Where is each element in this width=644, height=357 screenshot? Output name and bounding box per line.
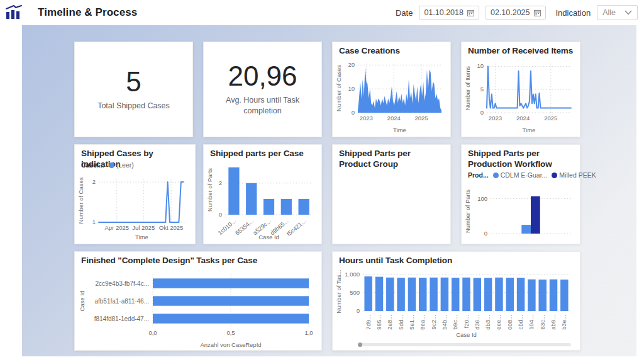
kpi-value: 20,96 (228, 62, 297, 90)
chart-title: Shipped Parts per Production Workflow (462, 145, 580, 170)
svg-text:5dd...: 5dd... (397, 315, 404, 330)
svg-text:2cc9e4b3-fb7f-4c...: 2cc9e4b3-fb7f-4c... (95, 280, 149, 287)
svg-text:2024: 2024 (387, 115, 401, 122)
svg-text:2e8...: 2e8... (386, 315, 393, 330)
horizontal-scrollbar[interactable] (358, 343, 571, 346)
svg-text:2023: 2023 (489, 115, 502, 122)
svg-text:20: 20 (348, 61, 355, 68)
kpi-card-avg-hours[interactable]: 20,96 Avg. Hours until Task completion (203, 42, 322, 137)
date-from-value: 01.10.2018 (424, 8, 464, 17)
svg-text:Okt 2025: Okt 2025 (159, 224, 184, 231)
svg-text:1c010...: 1c010... (216, 217, 237, 236)
page-title: Timeline & Process (38, 6, 137, 19)
svg-text:2025: 2025 (415, 115, 428, 122)
legend-title: Prod... (468, 171, 489, 179)
svg-text:Anzahl von CaseRepId: Anzahl von CaseRepId (200, 341, 261, 348)
legend-item-label: Milled PEEK (559, 171, 596, 179)
legend-dot-icon (493, 173, 499, 178)
card-production-workflow: Shipped Parts per Production Workflow Pr… (461, 144, 580, 244)
legend-dot-icon (552, 173, 557, 178)
kpi-value: 5 (126, 68, 141, 96)
svg-text:0: 0 (484, 230, 487, 237)
calendar-icon[interactable] (467, 9, 474, 16)
svg-text:Number of Cases: Number of Cases (77, 177, 84, 224)
legend-item-label: CDLM E-Guar... (501, 171, 548, 179)
svg-text:8ea...: 8ea... (419, 315, 426, 330)
svg-text:cbd...: cbd... (517, 315, 524, 329)
svg-text:Number of Parts: Number of Parts (206, 168, 213, 212)
svg-text:d36...: d36... (474, 315, 480, 330)
svg-text:7d9...: 7d9... (365, 315, 372, 330)
kpi-label: Total Shipped Cases (84, 101, 184, 111)
chart-title: Hours until Task Completion (333, 252, 580, 266)
received-items-chart[interactable]: 0510202320242025TimeNumber of Items (464, 57, 577, 134)
svg-text:f5c421...: f5c421... (285, 217, 307, 237)
date-from-input[interactable]: 01.10.2018 (419, 6, 479, 20)
svg-text:65354...: 65354... (234, 217, 255, 237)
svg-text:2024: 2024 (516, 115, 530, 122)
svg-text:2: 2 (92, 178, 96, 185)
svg-text:f20...: f20... (463, 315, 470, 328)
case-creations-chart[interactable]: 01020202320242025TimeNumber of Cases (335, 57, 448, 134)
svg-text:0,0: 0,0 (148, 329, 157, 336)
svg-text:0: 0 (480, 109, 484, 116)
legend-item[interactable]: CDLM E-Guar... (493, 171, 548, 179)
legend-dot-icon (109, 162, 114, 168)
svg-text:995...: 995... (375, 315, 382, 330)
card-parts-per-case: Shipped parts per Case 021c010...65354..… (203, 144, 322, 244)
app-header: Timeline & Process Date 01.10.2018 02.10… (0, 0, 644, 25)
date-to-input[interactable]: 02.10.2025 (486, 6, 546, 20)
svg-text:Time: Time (393, 127, 406, 133)
svg-text:Time: Time (135, 234, 148, 241)
svg-text:b9c...: b9c... (452, 315, 458, 329)
svg-text:Apr 2025: Apr 2025 (104, 224, 129, 231)
shipped-by-indication-chart[interactable]: 12Apr 2025Jul 2025Okt 2025TimeNumber of … (77, 174, 192, 241)
calendar-icon[interactable] (534, 9, 541, 16)
card-received-items: Number of Received Items 051020232024202… (461, 42, 580, 137)
svg-text:1: 1 (92, 218, 96, 225)
legend: CaseI... (Leer) (81, 161, 134, 169)
card-shipped-by-indication: Shipped Cases by indication CaseI... (Le… (74, 144, 196, 244)
svg-text:f814fd81-1edd-47...: f814fd81-1edd-47... (94, 315, 149, 322)
svg-text:Time: Time (523, 127, 536, 133)
indication-dropdown[interactable]: Alle (597, 5, 638, 20)
svg-text:0,5: 0,5 (226, 329, 235, 336)
svg-text:2: 2 (219, 179, 222, 186)
legend-title: CaseI... (81, 161, 104, 169)
svg-text:b3e...: b3e... (560, 315, 567, 330)
svg-text:1,0: 1,0 (304, 329, 313, 336)
svg-text:1.000: 1.000 (345, 271, 360, 278)
svg-text:ab9...: ab9... (550, 315, 557, 330)
svg-text:Number of Tas...: Number of Tas... (335, 269, 342, 314)
production-workflow-chart[interactable]: 0100Number of Parts (464, 185, 577, 241)
svg-text:Case Id: Case Id (258, 234, 279, 241)
svg-text:0: 0 (357, 307, 360, 314)
kpi-label: Avg. Hours until Task completion (204, 95, 321, 116)
svg-text:500: 500 (350, 289, 360, 296)
finished-tasks-chart[interactable]: 0,00,51,02cc9e4b3-fb7f-4c...afb51fa1-a81… (79, 268, 316, 349)
svg-text:afb51fa1-a811-46...: afb51fa1-a811-46... (94, 298, 149, 305)
legend-item[interactable]: Milled PEEK (552, 171, 596, 179)
svg-text:2023: 2023 (360, 115, 373, 122)
svg-text:0: 0 (352, 109, 355, 116)
svg-text:Case Id: Case Id (456, 331, 477, 338)
chevron-down-icon (625, 10, 632, 15)
legend-item-label: (Leer) (116, 161, 134, 169)
dashboard-page: Timeline & Process Date 01.10.2018 02.10… (0, 0, 644, 357)
svg-text:eee...: eee... (495, 315, 502, 330)
indication-filter-label: Indication (556, 8, 591, 18)
scrollbar-thumb[interactable] (358, 343, 362, 347)
legend-item[interactable]: (Leer) (109, 161, 134, 169)
svg-text:104...: 104... (528, 315, 535, 330)
card-hours-completion: Hours until Task Completion 05001.0007d9… (332, 251, 580, 351)
parts-per-case-chart[interactable]: 021c010...65354...a529c...d9b65...f5c421… (206, 160, 319, 241)
report-canvas: 5 Total Shipped Cases 20,96 Avg. Hours u… (22, 25, 636, 356)
svg-text:Case Id: Case Id (79, 291, 86, 312)
svg-text:Number of Cases: Number of Cases (335, 65, 342, 111)
kpi-card-total-shipped-cases[interactable]: 5 Total Shipped Cases (74, 42, 193, 137)
date-to-value: 02.10.2025 (491, 8, 530, 17)
card-case-creations: Case Creations 01020202320242025TimeNumb… (332, 42, 451, 137)
chart-title: Case Creations (333, 42, 450, 57)
svg-text:0: 0 (219, 211, 222, 218)
hours-completion-chart[interactable]: 05001.0007d9...995...2e8...5dd...5e1...8… (335, 267, 576, 339)
